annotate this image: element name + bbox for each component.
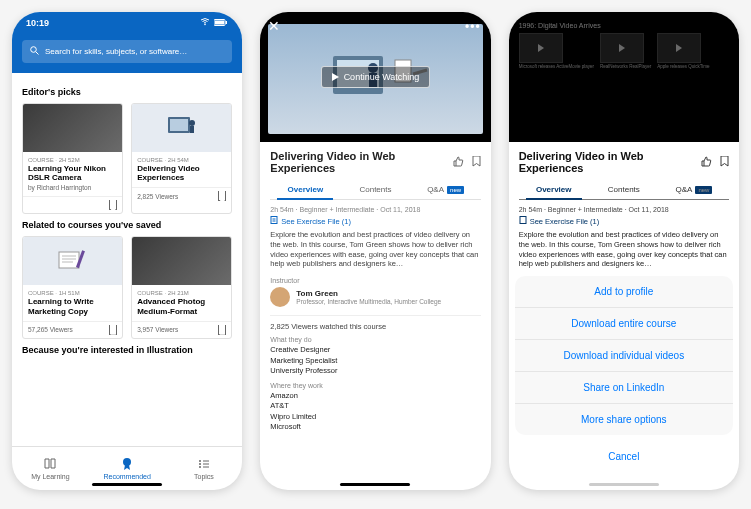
video-player[interactable]: ✕ ••• Continue Watching bbox=[260, 12, 490, 142]
card-title: Delivering Video Experiences bbox=[137, 164, 226, 182]
detail-tabs: Overview Contents Q&Anew bbox=[270, 180, 480, 200]
home-indicator bbox=[589, 483, 659, 486]
svg-point-0 bbox=[205, 24, 207, 26]
card-author: by Richard Harrington bbox=[28, 184, 117, 191]
course-description: Explore the evolution and best practices… bbox=[270, 230, 480, 269]
phone-action-sheet: 1996: Digital Video Arrives Microsoft re… bbox=[509, 12, 739, 490]
file-icon bbox=[270, 216, 278, 226]
card-thumbnail bbox=[23, 104, 122, 152]
search-bar: Search for skills, subjects, or software… bbox=[12, 34, 242, 73]
tab-label: Topics bbox=[194, 473, 214, 480]
badge-icon bbox=[120, 457, 134, 471]
status-icons bbox=[200, 18, 228, 28]
action-sheet: Add to profile Download entire course Do… bbox=[515, 276, 733, 435]
card-title: Learning to Write Marketing Copy bbox=[28, 297, 117, 315]
sheet-download-course[interactable]: Download entire course bbox=[515, 308, 733, 340]
exercise-file-link[interactable]: See Exercise File (1) bbox=[270, 216, 480, 226]
card-thumbnail bbox=[132, 237, 231, 285]
play-icon bbox=[332, 73, 339, 81]
instructor-row[interactable]: Tom Green Professor, Interactive Multime… bbox=[270, 287, 480, 307]
card-viewers: 2,825 Viewers bbox=[137, 193, 178, 200]
companies-label: Where they work bbox=[270, 382, 480, 389]
list-item: Amazon bbox=[270, 391, 480, 402]
sheet-add-to-profile[interactable]: Add to profile bbox=[515, 276, 733, 308]
svg-line-5 bbox=[36, 52, 39, 55]
tab-contents[interactable]: Contents bbox=[340, 180, 410, 199]
continue-watching-button[interactable]: Continue Watching bbox=[321, 66, 431, 88]
course-title: Delivering Video in Web Experiences bbox=[270, 150, 452, 174]
roles-label: What they do bbox=[270, 336, 480, 343]
close-icon[interactable]: ✕ bbox=[268, 18, 280, 34]
svg-rect-27 bbox=[271, 217, 277, 224]
list-item: Microsoft bbox=[270, 422, 480, 433]
search-input[interactable]: Search for skills, subjects, or software… bbox=[22, 40, 232, 63]
search-icon bbox=[30, 46, 39, 57]
bookmark-icon[interactable] bbox=[218, 325, 226, 335]
card-meta: COURSE · 1h 51m bbox=[28, 290, 117, 296]
course-title-row: Delivering Video in Web Experiences bbox=[270, 150, 480, 174]
like-icon[interactable] bbox=[453, 156, 464, 169]
card-viewers: 57,265 Viewers bbox=[28, 326, 73, 333]
home-content: Editor's picks COURSE · 2h 52m Learning … bbox=[12, 73, 242, 446]
card-meta: COURSE · 2h 54m bbox=[137, 157, 226, 163]
home-indicator bbox=[92, 483, 162, 486]
home-indicator bbox=[340, 483, 410, 486]
list-item: Marketing Specialist bbox=[270, 356, 480, 367]
continue-label: Continue Watching bbox=[344, 72, 420, 82]
list-item: University Professor bbox=[270, 366, 480, 377]
companies-list: Amazon AT&T Wipro Limited Microsoft bbox=[270, 391, 480, 433]
wifi-icon bbox=[200, 18, 210, 28]
svg-point-16 bbox=[199, 460, 201, 462]
course-detail: Delivering Video in Web Experiences Over… bbox=[260, 142, 490, 490]
list-icon bbox=[197, 457, 211, 471]
section-editors-picks: Editor's picks bbox=[22, 87, 232, 97]
battery-icon bbox=[214, 18, 228, 28]
card-thumbnail bbox=[23, 237, 122, 285]
svg-rect-3 bbox=[226, 21, 228, 24]
status-bar: 10:19 bbox=[12, 12, 242, 34]
instructor-label: Instructor bbox=[270, 277, 480, 284]
course-card[interactable]: COURSE · 2h 52m Learning Your Nikon DSLR… bbox=[22, 103, 123, 214]
sheet-share-linkedin[interactable]: Share on LinkedIn bbox=[515, 372, 733, 404]
tab-overview[interactable]: Overview bbox=[270, 180, 340, 199]
card-meta: COURSE · 2h 21m bbox=[137, 290, 226, 296]
card-title: Learning Your Nikon DSLR Camera bbox=[28, 164, 117, 182]
list-item: AT&T bbox=[270, 401, 480, 412]
svg-point-8 bbox=[189, 120, 195, 126]
phone-course-detail: ✕ ••• Continue Watching Delivering Video… bbox=[260, 12, 490, 490]
card-row: COURSE · 2h 52m Learning Your Nikon DSLR… bbox=[22, 103, 232, 214]
bookmark-icon[interactable] bbox=[472, 156, 481, 169]
bookmark-icon[interactable] bbox=[109, 325, 117, 335]
roles-list: Creative Designer Marketing Specialist U… bbox=[270, 345, 480, 377]
list-item: Wipro Limited bbox=[270, 412, 480, 423]
svg-rect-2 bbox=[215, 21, 224, 25]
card-row: COURSE · 1h 51m Learning to Write Market… bbox=[22, 236, 232, 338]
card-title: Advanced Photog Medium-Format bbox=[137, 297, 226, 315]
search-placeholder: Search for skills, subjects, or software… bbox=[45, 47, 187, 56]
tab-qa[interactable]: Q&Anew bbox=[411, 180, 481, 199]
tab-label: Recommended bbox=[103, 473, 150, 480]
clock: 10:19 bbox=[26, 18, 49, 28]
action-sheet-overlay: Add to profile Download entire course Do… bbox=[509, 12, 739, 490]
new-badge: new bbox=[447, 186, 464, 194]
avatar bbox=[270, 287, 290, 307]
card-meta: COURSE · 2h 52m bbox=[28, 157, 117, 163]
book-icon bbox=[43, 457, 57, 471]
tab-my-learning[interactable]: My Learning bbox=[12, 447, 89, 490]
sheet-more-options[interactable]: More share options bbox=[515, 404, 733, 435]
bookmark-icon[interactable] bbox=[218, 191, 226, 201]
phone-home: 10:19 Search for skills, subjects, or so… bbox=[12, 12, 242, 490]
instructor-title: Professor, Interactive Multimedia, Humbe… bbox=[296, 298, 441, 305]
course-card[interactable]: COURSE · 2h 54m Delivering Video Experie… bbox=[131, 103, 232, 214]
sheet-download-videos[interactable]: Download individual videos bbox=[515, 340, 733, 372]
sheet-cancel[interactable]: Cancel bbox=[515, 441, 733, 472]
tab-topics[interactable]: Topics bbox=[166, 447, 243, 490]
more-icon[interactable]: ••• bbox=[465, 20, 481, 34]
bookmark-icon[interactable] bbox=[109, 200, 117, 210]
svg-point-4 bbox=[31, 47, 37, 53]
svg-rect-10 bbox=[59, 252, 79, 268]
course-card[interactable]: COURSE · 2h 21m Advanced Photog Medium-F… bbox=[131, 236, 232, 338]
section-interested: Because you're interested in Illustratio… bbox=[22, 345, 232, 355]
course-card[interactable]: COURSE · 1h 51m Learning to Write Market… bbox=[22, 236, 123, 338]
svg-rect-9 bbox=[190, 126, 194, 133]
